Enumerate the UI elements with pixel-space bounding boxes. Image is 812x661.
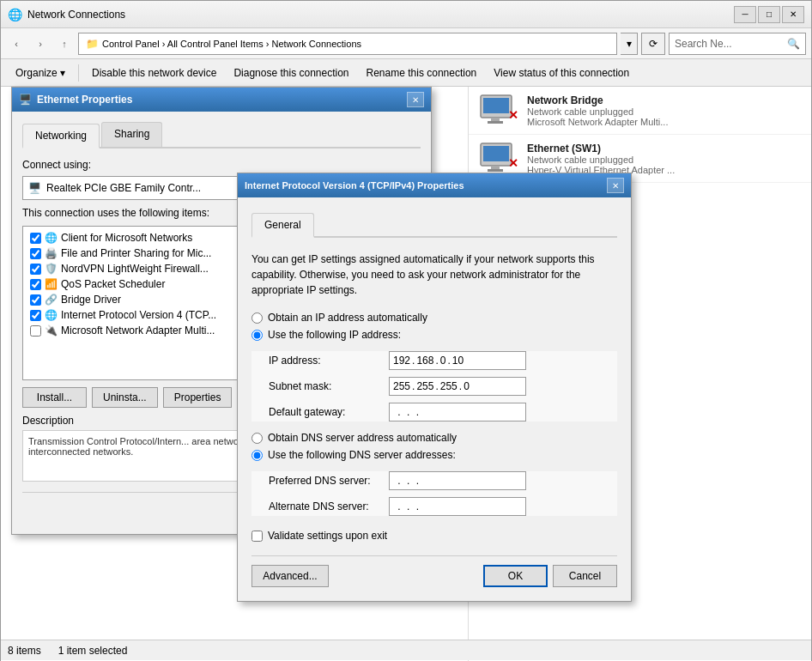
adapter-name: Realtek PCIe GBE Family Contr... [46,182,201,194]
close-button[interactable]: ✕ [782,6,804,23]
uninstall-button[interactable]: Uninsta... [92,387,158,408]
main-window: 🌐 Network Connections ─ □ ✕ ‹ › ↑ 📁 Cont… [0,0,812,661]
advanced-button[interactable]: Advanced... [251,565,329,587]
network-bridge-status: Network cable unplugged [527,106,801,117]
tab-networking[interactable]: Networking [22,124,100,149]
ip-radio-group: Obtain an IP address automatically Use t… [251,312,617,341]
list-item[interactable]: ✕ Network Bridge Network cable unplugged… [469,87,811,135]
bridge-driver-checkbox[interactable] [30,294,41,306]
ip-a: 192 [393,355,410,367]
ok-cancel-group: OK Cancel [483,565,617,587]
ms-adapter-label: Microsoft Network Adapter Multi... [61,324,215,337]
toolbar-separator-1 [78,64,79,82]
connect-using-label: Connect using: [22,159,421,171]
validate-row: Validate settings upon exit [251,530,617,542]
subnet-c: 255 [440,380,458,392]
ip-address-input[interactable]: 192 . 168 . 0 . 10 [389,351,526,370]
client-networks-checkbox[interactable] [30,233,41,244]
auto-dns-label: Obtain DNS server address automatically [268,432,457,444]
manual-ip-radio[interactable] [251,330,263,341]
refresh-button[interactable]: ⟳ [641,33,665,55]
bridge-driver-icon: 🔗 [45,294,58,306]
svg-rect-8 [488,169,503,172]
ipv4-tab-general[interactable]: General [251,213,314,238]
ipv4-ok-button[interactable]: OK [483,565,548,587]
item-count: 8 items [8,645,41,657]
search-box[interactable]: Search Ne... 🔍 [669,33,806,55]
ipv4-cancel-button[interactable]: Cancel [553,565,617,587]
gw-a [393,406,396,418]
alternate-dns-input[interactable]: . . . [389,497,526,516]
nordvpn-icon: 🛡️ [45,263,58,275]
ms-adapter-checkbox[interactable] [30,325,41,337]
address-bar: ‹ › ↑ 📁 Control Panel › All Control Pane… [1,28,811,59]
default-gateway-input[interactable]: . . . [389,403,526,421]
address-path: Control Panel › All Control Panel Items … [102,39,361,49]
properties-button[interactable]: Properties [163,387,233,408]
subnet-mask-input[interactable]: 255 . 255 . 255 . 0 [389,377,526,396]
search-icon: 🔍 [787,38,800,50]
back-button[interactable]: ‹ [6,33,27,54]
address-box[interactable]: 📁 Control Panel › All Control Panel Item… [78,33,617,55]
ipv4-checkbox[interactable] [30,310,41,321]
ethernet-tab-bar: Networking Sharing [22,122,421,149]
diagnose-button[interactable]: Diagnose this connection [226,62,356,84]
maximize-button[interactable]: □ [758,6,780,23]
forward-button[interactable]: › [30,33,51,54]
window-title: Network Connections [27,9,734,21]
svg-text:✕: ✕ [508,156,518,170]
subnet-b: 255 [416,380,433,392]
ip-address-label: IP address: [269,355,389,367]
address-dropdown[interactable]: ▾ [621,33,638,55]
tab-sharing[interactable]: Sharing [101,122,162,147]
ipv4-label: Internet Protocol Version 4 (TCP... [61,309,216,321]
validate-checkbox[interactable] [251,531,263,542]
view-status-button[interactable]: View status of this connection [486,62,637,84]
auto-dns-radio-item[interactable]: Obtain DNS server address automatically [251,432,617,444]
ethernet-dialog-icon: 🖥️ [19,94,32,106]
nordvpn-checkbox[interactable] [30,264,41,275]
ip-b: 168 [416,355,433,367]
ethernet-dialog-close[interactable]: ✕ [407,92,424,107]
dns-section: Obtain DNS server address automatically … [251,432,617,516]
up-button[interactable]: ↑ [54,33,75,54]
disable-button[interactable]: Disable this network device [84,62,224,84]
gw-d [421,406,423,418]
manual-dns-radio-item[interactable]: Use the following DNS server addresses: [251,449,617,461]
ipv4-properties-dialog[interactable]: Internet Protocol Version 4 (TCP/IPv4) P… [237,173,632,602]
minimize-button[interactable]: ─ [734,6,756,23]
qos-checkbox[interactable] [30,279,41,290]
file-printer-checkbox[interactable] [30,248,41,259]
ip-address-row: IP address: 192 . 168 . 0 . 10 [269,351,617,370]
organize-button[interactable]: Organize ▾ [8,62,73,84]
gw-b [403,406,405,418]
manual-ip-radio-item[interactable]: Use the following IP address: [251,329,617,341]
rename-button[interactable]: Rename this connection [359,62,485,84]
svg-rect-1 [483,98,509,113]
manual-dns-radio[interactable] [251,450,263,461]
network-bridge-name: Network Bridge [527,94,801,106]
auto-ip-label: Obtain an IP address automatically [268,312,427,324]
install-button[interactable]: Install... [22,387,87,408]
file-printer-label: File and Printer Sharing for Mic... [61,247,211,259]
preferred-dns-input[interactable]: . . . [389,471,526,490]
client-networks-icon: 🌐 [45,232,58,244]
manual-dns-label: Use the following DNS server addresses: [268,449,456,461]
ethernet-sw1-icon: ✕ [479,142,520,175]
window-icon: 🌐 [8,8,22,21]
ipv4-dialog-close[interactable]: ✕ [607,178,624,193]
ethernet-dialog-title: Ethernet Properties [37,94,407,106]
ethernet-dialog-title-bar: 🖥️ Ethernet Properties ✕ [12,88,431,112]
dns-radio-group: Obtain DNS server address automatically … [251,432,617,461]
ip-d: 10 [452,355,464,367]
folder-icon: 📁 [86,38,99,50]
default-gateway-label: Default gateway: [269,406,389,418]
svg-text:✕: ✕ [508,108,518,122]
auto-dns-radio[interactable] [251,433,263,444]
ipv4-info-text: You can get IP settings assigned automat… [251,252,617,298]
ethernet-sw1-info: Ethernet (SW1) Network cable unplugged H… [527,143,801,175]
auto-ip-radio[interactable] [251,312,263,324]
auto-ip-radio-item[interactable]: Obtain an IP address automatically [251,312,617,324]
file-printer-icon: 🖨️ [45,247,58,259]
ipv4-dialog-title-bar: Internet Protocol Version 4 (TCP/IPv4) P… [238,173,631,197]
